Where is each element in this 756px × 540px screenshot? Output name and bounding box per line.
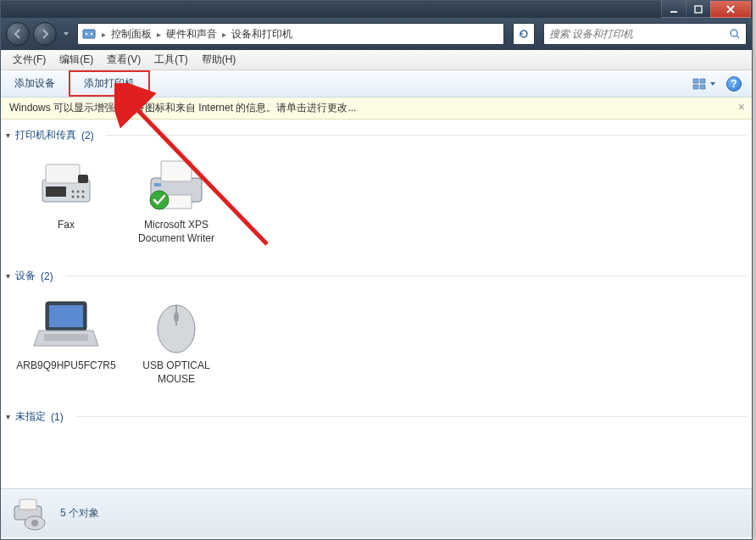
address-bar[interactable]: ▸ 控制面板 ▸ 硬件和声音 ▸ 设备和打印机 [77, 23, 504, 45]
svg-point-17 [72, 196, 75, 198]
device-label: Microsoft XPS Document Writer [130, 219, 223, 245]
svg-rect-31 [19, 499, 36, 509]
status-bar: 5 个对象 [1, 488, 752, 537]
device-item-mouse[interactable]: USB OPTICAL MOUSE [130, 295, 223, 386]
device-label: ARB9Q9HPU5FC7R5 [16, 359, 115, 373]
svg-rect-11 [46, 164, 80, 183]
group-count: (2) [41, 270, 53, 282]
svg-rect-2 [83, 30, 95, 38]
breadcrumb-dropdown-icon[interactable]: ▸ [100, 30, 108, 39]
svg-rect-13 [46, 186, 66, 197]
minimize-button[interactable] [661, 1, 687, 18]
content-area: ▾ 打印机和传真 (2) Fax [1, 120, 752, 488]
svg-rect-26 [49, 305, 83, 327]
svg-point-18 [77, 196, 80, 198]
add-device-button[interactable]: 添加设备 [1, 70, 69, 97]
device-item-computer[interactable]: ARB9Q9HPU5FC7R5 [19, 295, 113, 386]
device-item-xps[interactable]: Microsoft XPS Document Writer [130, 154, 223, 245]
collapse-icon: ▾ [6, 412, 10, 421]
status-icon [9, 496, 50, 532]
forward-button[interactable] [33, 22, 57, 46]
breadcrumb-item[interactable]: 控制面板 [108, 27, 155, 42]
svg-point-4 [91, 33, 92, 35]
menu-edit[interactable]: 编辑(E) [53, 53, 100, 67]
mouse-icon [141, 295, 212, 356]
chevron-right-icon: ▸ [155, 30, 163, 39]
nav-history-dropdown[interactable] [60, 28, 72, 40]
explorer-window: ▸ 控制面板 ▸ 硬件和声音 ▸ 设备和打印机 文件(F) 编辑(E) 查看(V… [0, 0, 753, 540]
device-item-fax[interactable]: Fax [19, 154, 113, 245]
search-box[interactable] [543, 23, 747, 45]
collapse-icon: ▾ [6, 131, 10, 140]
laptop-icon [31, 295, 102, 356]
search-icon [729, 28, 741, 40]
help-button[interactable]: ? [726, 76, 742, 92]
svg-point-3 [86, 33, 87, 35]
command-bar: 添加设备 添加打印机 ? [1, 70, 752, 97]
group-header-devices[interactable]: ▾ 设备 (2) [6, 265, 747, 287]
chevron-down-icon [709, 81, 716, 87]
svg-rect-12 [78, 175, 88, 183]
add-printer-button[interactable]: 添加打印机 [69, 70, 150, 97]
svg-point-5 [731, 30, 737, 36]
refresh-button[interactable] [513, 23, 535, 45]
svg-point-29 [174, 312, 179, 322]
group-header-printers[interactable]: ▾ 打印机和传真 (2) [6, 125, 747, 146]
svg-point-19 [82, 196, 85, 198]
info-bar-close[interactable]: × [738, 100, 745, 114]
svg-point-14 [72, 191, 75, 193]
info-bar[interactable]: Windows 可以显示增强型设备图标和来自 Internet 的信息。请单击进… [1, 97, 752, 120]
svg-point-33 [31, 520, 38, 526]
svg-point-15 [77, 191, 80, 193]
fax-icon [31, 154, 102, 215]
group-title: 设备 [15, 269, 36, 283]
control-panel-icon [81, 26, 97, 42]
collapse-icon: ▾ [6, 271, 10, 281]
svg-rect-23 [154, 183, 161, 186]
group-count: (1) [51, 411, 64, 423]
info-bar-text: Windows 可以显示增强型设备图标和来自 Internet 的信息。请单击进… [9, 101, 356, 115]
group-count: (2) [81, 130, 94, 142]
svg-rect-1 [695, 6, 702, 13]
back-button[interactable] [6, 22, 30, 46]
titlebar [1, 1, 752, 18]
printer-icon [141, 154, 212, 215]
menu-view[interactable]: 查看(V) [100, 53, 147, 67]
breadcrumb-item[interactable]: 硬件和声音 [163, 27, 220, 42]
svg-rect-9 [700, 85, 705, 89]
maximize-button[interactable] [686, 1, 711, 18]
menu-tools[interactable]: 工具(T) [147, 53, 194, 67]
svg-point-16 [82, 191, 85, 193]
svg-rect-0 [670, 11, 677, 13]
svg-rect-6 [693, 79, 698, 83]
close-button[interactable] [710, 1, 751, 18]
chevron-right-icon: ▸ [220, 30, 228, 39]
group-header-unspecified[interactable]: ▾ 未指定 (1) [6, 406, 747, 427]
device-label: USB OPTICAL MOUSE [130, 359, 223, 386]
svg-rect-8 [693, 85, 698, 89]
menu-help[interactable]: 帮助(H) [195, 53, 243, 67]
svg-rect-27 [44, 334, 88, 341]
svg-rect-7 [700, 79, 705, 83]
search-input[interactable] [549, 28, 729, 40]
menu-bar: 文件(F) 编辑(E) 查看(V) 工具(T) 帮助(H) [1, 50, 752, 70]
group-title: 打印机和传真 [15, 128, 76, 142]
navigation-bar: ▸ 控制面板 ▸ 硬件和声音 ▸ 设备和打印机 [1, 18, 752, 50]
breadcrumb-item[interactable]: 设备和打印机 [228, 27, 296, 42]
menu-file[interactable]: 文件(F) [6, 53, 53, 67]
group-title: 未指定 [15, 409, 46, 424]
status-text: 5 个对象 [60, 506, 99, 521]
svg-rect-21 [161, 161, 192, 181]
device-label: Fax [58, 219, 75, 232]
view-options-button[interactable] [692, 78, 716, 90]
